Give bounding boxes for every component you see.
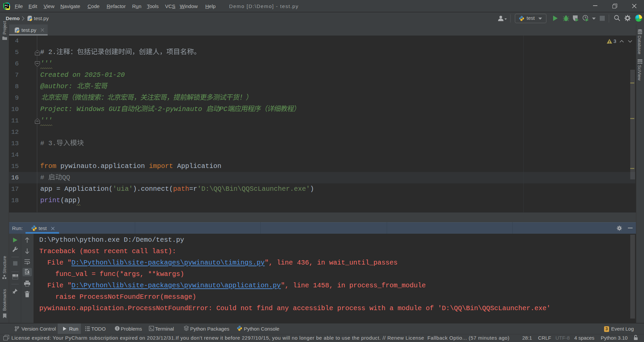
svg-text:PC: PC [5, 4, 8, 7]
